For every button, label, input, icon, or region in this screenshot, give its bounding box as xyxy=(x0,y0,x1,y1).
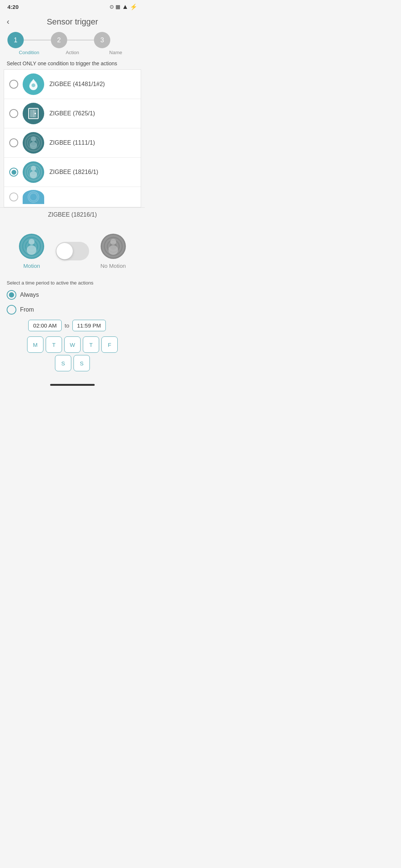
day-btn-fri[interactable]: F xyxy=(101,336,118,353)
to-time-field[interactable]: 11:59 PM xyxy=(72,320,106,331)
svg-point-16 xyxy=(31,166,36,171)
sensor-radio-2[interactable] xyxy=(9,109,18,118)
day-btn-tue[interactable]: T xyxy=(46,336,62,353)
motion-label-motion: Motion xyxy=(23,263,40,269)
step-line-2 xyxy=(67,40,94,40)
back-button[interactable]: ‹ xyxy=(7,17,9,27)
from-time-field[interactable]: 02:00 AM xyxy=(28,320,62,331)
home-indicator xyxy=(50,384,95,386)
sensor-name-3: ZIGBEE (1111/1) xyxy=(49,139,95,146)
sim-icon: ⊙ xyxy=(110,4,114,10)
svg-point-31 xyxy=(110,239,116,245)
svg-point-1 xyxy=(32,83,35,87)
step-2-circle: 2 xyxy=(51,32,67,48)
status-icons: ⊙ ▦ ▲ ⚡ xyxy=(110,3,137,11)
step-1-item[interactable]: 1 Condition xyxy=(7,32,51,55)
from-radio[interactable] xyxy=(7,305,16,315)
sensor-row-1[interactable]: ZIGBEE (41481/1#2) xyxy=(4,70,141,99)
step-line-1 xyxy=(24,40,51,40)
svg-point-25 xyxy=(29,239,35,245)
no-motion-icon xyxy=(100,233,127,260)
day-btn-sun[interactable]: S xyxy=(74,355,90,371)
motion-toggle[interactable] xyxy=(56,242,89,260)
always-radio-inner xyxy=(9,292,14,297)
day-btn-thu[interactable]: T xyxy=(83,336,99,353)
sensor-row-5-partial xyxy=(4,187,141,207)
motion-icon xyxy=(18,233,45,260)
sensor-icon-motion2 xyxy=(23,161,44,183)
from-option[interactable]: From xyxy=(7,305,138,315)
motion-card: Motion No Motion xyxy=(9,229,136,273)
time-from-row: 02:00 AM to 11:59 PM xyxy=(7,320,138,331)
always-label: Always xyxy=(20,292,39,298)
time-section: Select a time period to active the actio… xyxy=(0,276,145,381)
sensor-radio-1[interactable] xyxy=(9,80,18,89)
condition-subtitle: Select ONLY one condition to trigger the… xyxy=(0,57,145,69)
sensor-icon-5-partial xyxy=(23,190,44,204)
motion-label-no-motion: No Motion xyxy=(100,263,125,269)
sensor-name-4: ZIGBEE (18216/1) xyxy=(49,169,98,175)
sensor-name-1: ZIGBEE (41481/1#2) xyxy=(49,81,105,88)
page-title: Sensor trigger xyxy=(47,17,98,27)
always-radio[interactable] xyxy=(7,290,16,300)
step-2-item[interactable]: 2 Action xyxy=(51,32,94,55)
sensor-radio-4[interactable] xyxy=(9,168,18,177)
motion-option-motion[interactable]: Motion xyxy=(11,229,52,273)
svg-point-4 xyxy=(35,113,36,114)
step-3-label: Name xyxy=(109,50,122,55)
sensor-row-3[interactable]: ZIGBEE (1111/1) xyxy=(4,128,141,158)
sensor-row-4[interactable]: ZIGBEE (18216/1) xyxy=(4,158,141,187)
step-3-circle: 3 xyxy=(94,32,110,48)
sensor-radio-3[interactable] xyxy=(9,138,18,147)
sensor-list: ZIGBEE (41481/1#2) ZIGBEE (7625/1) xyxy=(4,69,141,207)
toggle-thumb xyxy=(56,243,73,259)
battery-icon: ⚡ xyxy=(130,3,137,10)
radio-inner-4 xyxy=(12,170,16,175)
step-1-label: Condition xyxy=(19,50,39,55)
svg-point-17 xyxy=(30,171,37,178)
sensor-radio-5[interactable] xyxy=(9,193,18,201)
sensor-icon-motion1 xyxy=(23,132,44,154)
status-time: 4:20 xyxy=(7,4,19,10)
svg-point-18 xyxy=(27,190,40,203)
day-btn-sat[interactable]: S xyxy=(55,355,71,371)
day-buttons-row1: M T W T F xyxy=(7,336,138,355)
day-btn-mon[interactable]: M xyxy=(27,336,43,353)
sensor-row-2[interactable]: ZIGBEE (7625/1) xyxy=(4,99,141,128)
motion-section: Motion No Motion xyxy=(0,222,145,276)
day-btn-wed[interactable]: W xyxy=(64,336,81,353)
selected-sensor-display: ZIGBEE (18216/1) xyxy=(0,207,145,222)
from-label: From xyxy=(20,306,34,313)
sensor-icon-door xyxy=(23,103,44,124)
step-1-circle: 1 xyxy=(7,32,24,48)
svg-point-11 xyxy=(30,142,37,149)
day-buttons-row2: S S xyxy=(7,355,138,379)
steps-container: 1 Condition 2 Action 3 Name xyxy=(0,32,145,57)
svg-point-32 xyxy=(108,245,118,255)
step-3-item[interactable]: 3 Name xyxy=(94,32,137,55)
to-label: to xyxy=(65,322,69,329)
motion-option-no-motion[interactable]: No Motion xyxy=(92,229,134,273)
sensor-icon-drop xyxy=(23,73,44,95)
calendar-icon: ▦ xyxy=(115,4,120,10)
sensor-name-2: ZIGBEE (7625/1) xyxy=(49,110,95,117)
always-option[interactable]: Always xyxy=(7,290,138,300)
status-bar: 4:20 ⊙ ▦ ▲ ⚡ xyxy=(0,0,145,13)
header: ‹ Sensor trigger xyxy=(0,13,145,32)
time-period-subtitle: Select a time period to active the actio… xyxy=(7,280,138,286)
svg-point-10 xyxy=(31,137,36,142)
svg-point-26 xyxy=(27,245,36,255)
wifi-icon: ▲ xyxy=(122,3,128,11)
step-2-label: Action xyxy=(66,50,79,55)
